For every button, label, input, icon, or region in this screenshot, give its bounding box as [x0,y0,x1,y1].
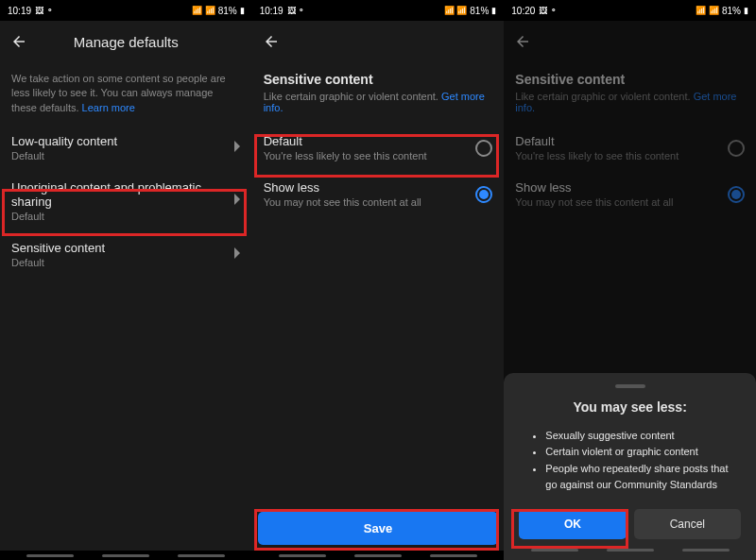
battery-icon: ▮ [491,6,496,15]
save-button[interactable]: Save [258,512,499,545]
battery-icon: ▮ [744,6,748,15]
sheet-list: Sexually suggestive content Certain viol… [519,428,741,494]
status-bar: 10:20 🖼 ⚬ 📶 📶 81% ▮ [504,0,756,21]
status-time: 10:19 [8,6,31,16]
item-unoriginal[interactable]: Unoriginal content and problematic shari… [0,171,252,231]
sheet-handle[interactable] [615,384,645,388]
status-time: 10:19 [260,6,284,16]
bottom-sheet: You may see less: Sexually suggestive co… [504,373,756,560]
cancel-button[interactable]: Cancel [634,509,741,539]
intro-text: We take action on some content so people… [0,62,252,125]
bullet-item: People who repeatedly share posts that g… [545,461,741,494]
page-title: Manage defaults [74,34,179,50]
radio-checked-icon [475,186,492,203]
radio-unchecked-icon [475,140,492,157]
status-notif-icon: 🖼 ⚬ [287,6,306,15]
section-title: Sensitive content [504,62,756,91]
battery-icon: ▮ [240,6,245,15]
status-signal-icon: 📶 📶 [192,6,215,15]
section-desc: Like certain graphic or violent content.… [504,91,756,125]
screen-sensitive-content: 10:19 🖼 ⚬ 📶 📶 81% ▮ Sensitive content Li… [252,0,505,560]
sheet-title: You may see less: [519,399,741,415]
back-button[interactable] [262,32,281,51]
item-sensitive[interactable]: Sensitive content Default [0,231,252,278]
nav-bar [252,551,505,560]
radio-checked-icon [728,186,745,203]
section-title: Sensitive content [252,62,505,91]
status-bar: 10:19 🖼 ⚬ 📶 📶 81% ▮ [252,0,505,21]
item-low-quality[interactable]: Low-quality content Default [0,125,252,171]
chevron-right-icon [233,140,241,157]
bullet-item: Sexually suggestive content [545,428,741,445]
option-show-less[interactable]: Show less You may not see this content a… [252,171,505,217]
ok-button[interactable]: OK [519,509,626,539]
status-signal-icon: 📶 📶 [696,6,719,15]
chevron-right-icon [233,246,241,263]
status-time: 10:20 [511,6,535,16]
radio-unchecked-icon [728,140,745,157]
section-desc: Like certain graphic or violent content.… [252,91,505,125]
header: Manage defaults [0,21,252,62]
bullet-item: Certain violent or graphic content [545,444,741,461]
screen-manage-defaults: 10:19 🖼 ⚬ 📶 📶 81% ▮ Manage defaults We t… [0,0,252,560]
status-bar: 10:19 🖼 ⚬ 📶 📶 81% ▮ [0,0,252,21]
status-signal-icon: 📶 📶 [444,6,468,15]
nav-bar [0,551,252,560]
option-show-less[interactable]: Show less You may not see this content a… [504,171,756,217]
status-notif-icon: 🖼 ⚬ [35,6,54,15]
back-button[interactable] [9,32,28,51]
header [504,21,756,62]
screen-confirm-dialog: 10:20 🖼 ⚬ 📶 📶 81% ▮ Sensitive content Li… [504,0,756,560]
status-notif-icon: 🖼 ⚬ [539,6,558,15]
status-battery: 81% [470,6,489,16]
status-battery: 81% [722,6,741,16]
option-default[interactable]: Default You're less likely to see this c… [252,125,505,171]
learn-more-link[interactable]: Learn more [82,102,135,113]
nav-bar [519,545,741,554]
chevron-right-icon [233,193,241,210]
option-default[interactable]: Default You're less likely to see this c… [504,125,756,171]
back-button[interactable] [513,32,532,51]
header [252,21,505,62]
status-battery: 81% [218,6,237,16]
